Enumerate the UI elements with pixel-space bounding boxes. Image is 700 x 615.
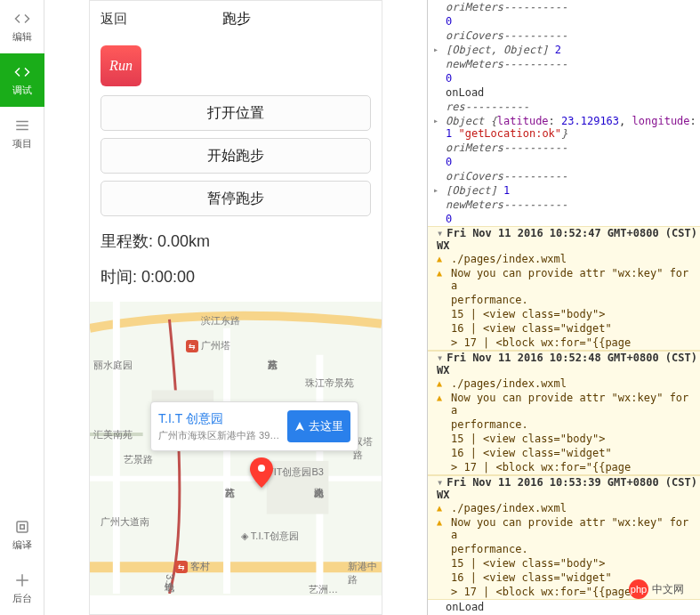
console-line: res---------- — [446, 101, 529, 113]
map-label: 滨江东路 — [201, 314, 240, 328]
compile-icon — [14, 519, 30, 535]
sidebar-item-debug[interactable]: 调试 — [0, 53, 44, 107]
phone-body: Run 打开位置 开始跑步 暂停跑步 里程数: 0.00km 时间: 0:00:… — [90, 36, 382, 302]
console-warning-code: > 17 | <block wx:for="{{page — [428, 336, 700, 350]
start-run-button[interactable]: 开始跑步 — [101, 138, 371, 174]
map-callout-address: 广州市海珠区新港中路 397 号 — [158, 429, 280, 442]
map-label: 珠江帝景苑 — [305, 376, 354, 390]
console-value: 0 — [446, 72, 452, 85]
distance-row: 里程数: 0.00km — [101, 231, 371, 252]
console-warning-msg: Now you can provide attr "wx:key" for a — [428, 391, 700, 417]
console-warning-code: 15 | <view class="body"> — [428, 307, 700, 321]
console-warning-code: 15 | <view class="body"> — [428, 556, 700, 570]
ide-sidebar: 编辑 调试 项目 编译 后台 — [0, 0, 44, 615]
time-row: 时间: 0:00:00 — [101, 266, 371, 287]
console-object[interactable]: [Object, Object] 2 — [428, 43, 700, 57]
distance-value: 0.00km — [157, 232, 210, 250]
devtools-console[interactable]: oriMeters---------- 0 oriCovers---------… — [427, 0, 700, 615]
watermark-logo: php 中文网 — [629, 579, 684, 599]
sidebar-label: 项目 — [12, 137, 32, 150]
code-icon — [14, 11, 30, 27]
code-icon — [14, 64, 30, 80]
app-icon: Run — [101, 45, 141, 86]
map-callout-title[interactable]: T.I.T 创意园 — [158, 411, 280, 427]
console-value: 0 — [446, 15, 452, 28]
console-value: 0 — [446, 213, 452, 225]
svg-rect-3 — [17, 522, 28, 532]
map-label: 艺景路 — [124, 453, 153, 466]
map-label: ⇆ 客村 — [175, 560, 210, 573]
svg-point-9 — [258, 465, 265, 472]
console-warning-code: 15 | <view class="body"> — [428, 432, 700, 446]
console-warning-file: ./pages/index.wxml — [428, 252, 700, 266]
console-warning-msg: Now you can provide attr "wx:key" for a — [428, 515, 700, 542]
map-view[interactable]: 滨江东路 ⇆ 广州塔 丽水庭园 艺苑东路 珠江帝景苑 汇美南苑 艺景路 双塔路 … — [90, 302, 382, 595]
map-label: 艺洲… — [309, 583, 338, 595]
console-warning-time: Fri Nov 11 2016 10:52:47 GMT+0800 (CST) … — [428, 227, 700, 252]
pause-run-button[interactable]: 暂停跑步 — [101, 181, 371, 216]
console-warning-code: > 17 | <block wx:for="{{page — [428, 460, 700, 474]
menu-icon — [14, 117, 30, 134]
map-label: 新港中路 — [348, 560, 382, 587]
console-warning-group[interactable]: Fri Nov 11 2016 10:52:48 GMT+0800 (CST) … — [428, 351, 700, 475]
map-go-label: 去这里 — [309, 418, 343, 434]
map-go-button[interactable]: 去这里 — [287, 410, 350, 442]
map-pin-icon — [250, 457, 273, 490]
console-value: 0 — [446, 156, 452, 168]
map-label: 广州大道南 — [101, 515, 149, 529]
console-warning-code: 16 | <view class="widget" — [428, 446, 700, 460]
sidebar-item-compile[interactable]: 编译 — [0, 508, 44, 562]
page-title: 跑步 — [102, 10, 371, 28]
time-label: 时间: — [101, 268, 137, 286]
phone-frame: 返回 跑步 Run 打开位置 开始跑步 暂停跑步 里程数: 0.00km 时间:… — [89, 0, 382, 615]
plus-icon — [14, 572, 30, 588]
navigate-icon — [294, 421, 305, 432]
console-line: oriMeters---------- — [446, 142, 567, 154]
console-warning-time: Fri Nov 11 2016 10:52:48 GMT+0800 (CST) … — [428, 352, 700, 376]
map-label: 丽水庭园 — [93, 359, 133, 372]
metro-icon: ⇆ — [186, 340, 198, 352]
phone-navbar: 返回 跑步 — [90, 1, 382, 36]
time-value: 0:00:00 — [141, 268, 195, 286]
map-label: ◈ T.I.T创意园 — [241, 530, 299, 543]
console-warning-group[interactable]: Fri Nov 11 2016 10:52:47 GMT+0800 (CST) … — [428, 226, 700, 351]
map-label: 地铁3… — [163, 574, 176, 589]
sidebar-label: 调试 — [12, 84, 32, 97]
console-line: oriCovers---------- — [446, 170, 567, 182]
map-label: TIT创意园B3 — [268, 465, 324, 479]
console-object[interactable]: [Object] 1 — [428, 183, 700, 198]
console-line: onLoad — [428, 600, 700, 614]
map-label: 汇美南苑 — [93, 428, 133, 441]
logo-icon: php — [629, 579, 648, 599]
console-warning-time: Fri Nov 11 2016 10:53:39 GMT+0800 (CST) … — [428, 476, 700, 501]
console-object[interactable]: Object {latitude: 23.129163, longitude: … — [428, 114, 700, 141]
console-line: oriMeters---------- — [446, 1, 567, 13]
map-callout: T.I.T 创意园 广州市海珠区新港中路 397 号 去这里 — [150, 401, 358, 451]
sidebar-item-more[interactable]: 后台 — [0, 562, 44, 615]
console-warning-code: 16 | <view class="widget" — [428, 321, 700, 336]
map-label: ⇆ 广州塔 — [186, 339, 230, 352]
metro-icon: ⇆ — [175, 561, 188, 573]
sidebar-item-edit[interactable]: 编辑 — [0, 0, 44, 53]
open-location-button[interactable]: 打开位置 — [101, 95, 371, 131]
console-warning-perf: performance. — [428, 542, 700, 556]
distance-label: 里程数: — [101, 232, 153, 250]
sidebar-label: 编译 — [12, 538, 32, 552]
simulator-column: 返回 跑步 Run 打开位置 开始跑步 暂停跑步 里程数: 0.00km 时间:… — [44, 0, 427, 615]
console-line: newMeters---------- — [446, 198, 567, 211]
logo-text: 中文网 — [652, 582, 684, 597]
sidebar-item-project[interactable]: 项目 — [0, 107, 44, 160]
console-line: onLoad — [428, 85, 700, 100]
sidebar-label: 编辑 — [12, 30, 32, 44]
console-warning-file: ./pages/index.wxml — [428, 376, 700, 391]
console-line: newMeters---------- — [446, 58, 567, 70]
console-warning-perf: performance. — [428, 417, 700, 432]
sidebar-label: 后台 — [12, 592, 32, 605]
console-warning-perf: performance. — [428, 293, 700, 307]
console-warning-msg: Now you can provide attr "wx:key" for a — [428, 266, 700, 293]
console-warning-file: ./pages/index.wxml — [428, 501, 700, 515]
console-line: oriCovers---------- — [446, 29, 567, 42]
